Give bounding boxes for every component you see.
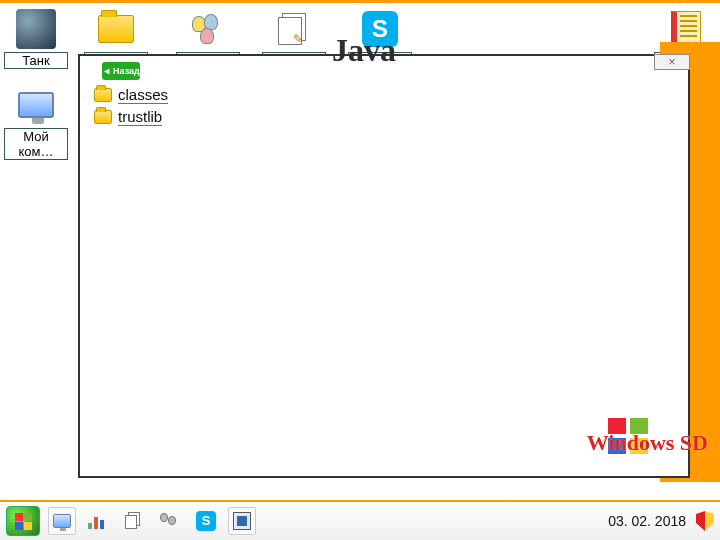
branding-text: Windows SD [587, 432, 708, 454]
music-icon [188, 14, 228, 44]
folder-item-label: trustlib [118, 108, 162, 126]
windows-logo-icon [15, 513, 32, 530]
taskbar-item-chart[interactable] [84, 507, 112, 535]
desktop-icon-label: Мой ком… [4, 128, 68, 160]
taskbar-item-docs[interactable] [120, 507, 148, 535]
folder-item[interactable]: trustlib [94, 108, 674, 126]
window-body: ◄Назад classes trustlib [80, 56, 688, 476]
folder-item[interactable]: classes [94, 86, 674, 104]
game-icon [16, 9, 56, 49]
desktop-icon-label: Танк [4, 52, 68, 69]
desktop-icon-tank[interactable]: Танк [4, 8, 68, 69]
documents-icon [125, 512, 143, 530]
explorer-window: Java × ◄Назад classes trustlib [78, 54, 690, 478]
taskbar-item-keys[interactable] [156, 507, 184, 535]
chart-icon [88, 513, 108, 529]
back-button[interactable]: ◄Назад [102, 62, 140, 80]
back-button-label: Назад [113, 67, 140, 76]
start-button[interactable] [6, 506, 40, 536]
folder-icon [98, 15, 134, 43]
desktop: Танк Папка Моя муз… Мои док… Skype Памят… [0, 6, 720, 500]
monitor-icon [53, 514, 71, 528]
folder-icon [94, 88, 112, 102]
skype-icon: S [196, 511, 216, 531]
keys-icon [160, 513, 180, 529]
taskbar-item-explorer[interactable] [228, 507, 256, 535]
tray-date: 03. 02. 2018 [608, 514, 686, 528]
taskbar-item-skype[interactable]: S [192, 507, 220, 535]
monitor-icon [18, 92, 54, 118]
computer-icon [233, 512, 251, 530]
desktop-icon-mycomputer[interactable]: Мой ком… [4, 84, 68, 160]
folder-icon [94, 110, 112, 124]
folder-item-label: classes [118, 86, 168, 104]
documents-icon [276, 13, 312, 45]
taskbar: S 03. 02. 2018 [0, 500, 720, 540]
system-tray: 03. 02. 2018 [608, 511, 714, 531]
security-shield-icon[interactable] [696, 511, 714, 531]
taskbar-item-mycomputer[interactable] [48, 507, 76, 535]
